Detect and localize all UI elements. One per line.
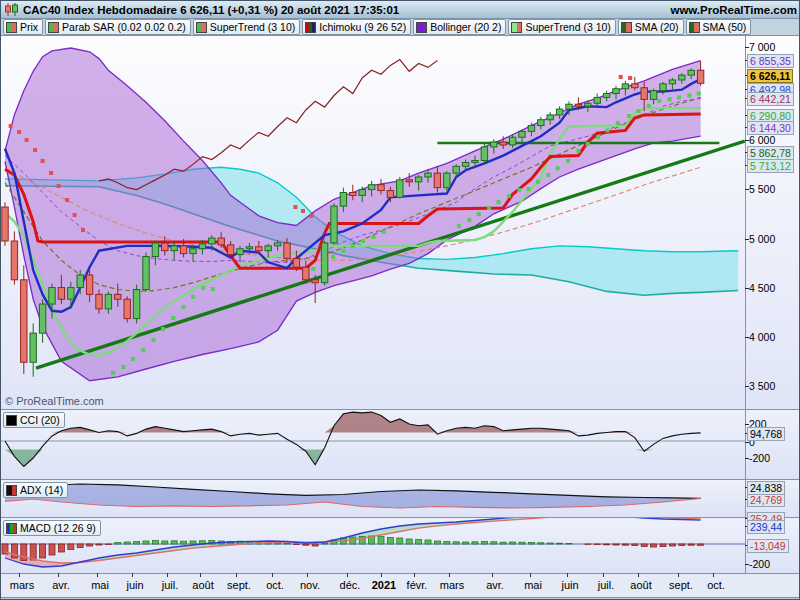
panel-separator[interactable] [1, 479, 800, 480]
watermark: © ProRealTime.com [5, 395, 104, 407]
main-chart [2, 48, 745, 381]
macd-panel [1, 515, 745, 567]
cci-oversold-fill [5, 450, 701, 467]
macd-diff-fill [588, 516, 607, 517]
adx-panel [5, 484, 701, 508]
panel-separator[interactable] [1, 409, 800, 410]
cci-panel [1, 412, 745, 466]
chart-canvas [1, 1, 800, 600]
price-axis-line [745, 36, 746, 573]
panel-separator[interactable] [1, 517, 800, 518]
prorealtime-window: CAC40 Index Hebdomadaire 6 626,11 (+0,31… [0, 0, 800, 600]
cci-overbought-fill [5, 412, 701, 432]
axis-separator [1, 573, 800, 574]
